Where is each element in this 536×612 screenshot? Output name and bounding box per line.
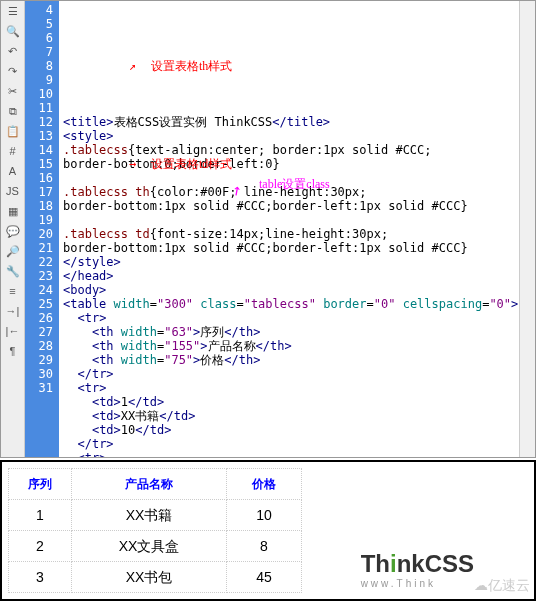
tool-icon[interactable]: 📋 bbox=[5, 123, 21, 139]
tool-icon[interactable]: ⧉ bbox=[5, 103, 21, 119]
annotation-td: 设置表格td样式 bbox=[151, 157, 232, 171]
tool-icon[interactable]: ▦ bbox=[5, 203, 21, 219]
col-header: 产品名称 bbox=[72, 469, 227, 500]
cell: 8 bbox=[227, 531, 302, 562]
tool-icon[interactable]: 💬 bbox=[5, 223, 21, 239]
tool-icon[interactable]: 🔍 bbox=[5, 23, 21, 39]
table-row: 3 XX书包 45 bbox=[9, 562, 302, 593]
cell: 45 bbox=[227, 562, 302, 593]
tool-icon[interactable]: ✂ bbox=[5, 83, 21, 99]
tool-icon[interactable]: 🔧 bbox=[5, 263, 21, 279]
watermark: ☁亿速云 bbox=[474, 577, 530, 595]
tool-icon[interactable]: ↷ bbox=[5, 63, 21, 79]
col-header: 序列 bbox=[9, 469, 72, 500]
annotation-class: table设置class bbox=[259, 177, 330, 191]
preview-panel: 序列 产品名称 价格 1 XX书籍 10 2 XX文具盒 8 3 XX书包 45… bbox=[0, 460, 536, 601]
tool-icon[interactable]: JS bbox=[5, 183, 21, 199]
tool-icon[interactable]: →| bbox=[5, 303, 21, 319]
logo: ThinkCSS www.Think bbox=[361, 550, 474, 589]
tool-icon[interactable]: 🔎 bbox=[5, 243, 21, 259]
cloud-icon: ☁ bbox=[474, 577, 488, 593]
arrow-icon: ↗ bbox=[129, 59, 136, 73]
tool-icon[interactable]: # bbox=[5, 143, 21, 159]
editor-toolbar: ☰ 🔍 ↶ ↷ ✂ ⧉ 📋 # A JS ▦ 💬 🔎 🔧 ≡ →| |← ¶ bbox=[1, 1, 25, 457]
cell: XX文具盒 bbox=[72, 531, 227, 562]
tool-icon[interactable]: ¶ bbox=[5, 343, 21, 359]
logo-main: ThinkCSS bbox=[361, 550, 474, 578]
preview-table: 序列 产品名称 价格 1 XX书籍 10 2 XX文具盒 8 3 XX书包 45 bbox=[8, 468, 302, 593]
annotation-th: 设置表格th样式 bbox=[151, 59, 232, 73]
cell: XX书籍 bbox=[72, 500, 227, 531]
table-row: 2 XX文具盒 8 bbox=[9, 531, 302, 562]
col-header: 价格 bbox=[227, 469, 302, 500]
tool-icon[interactable]: ☰ bbox=[5, 3, 21, 19]
table-row: 1 XX书籍 10 bbox=[9, 500, 302, 531]
tool-icon[interactable]: |← bbox=[5, 323, 21, 339]
tool-icon[interactable]: ↶ bbox=[5, 43, 21, 59]
tool-icon[interactable]: A bbox=[5, 163, 21, 179]
logo-sub: www.Think bbox=[361, 578, 474, 589]
cell: 1 bbox=[9, 500, 72, 531]
vertical-scrollbar[interactable] bbox=[519, 1, 535, 457]
table-header-row: 序列 产品名称 价格 bbox=[9, 469, 302, 500]
cell: XX书包 bbox=[72, 562, 227, 593]
cell: 3 bbox=[9, 562, 72, 593]
code-area[interactable]: 设置表格th样式 ↗ 设置表格td样式 → table设置class ↗ <ti… bbox=[59, 1, 519, 457]
arrow-icon: → bbox=[129, 157, 136, 171]
cell: 10 bbox=[227, 500, 302, 531]
code-editor: ☰ 🔍 ↶ ↷ ✂ ⧉ 📋 # A JS ▦ 💬 🔎 🔧 ≡ →| |← ¶ 4… bbox=[0, 0, 536, 458]
tool-icon[interactable]: ≡ bbox=[5, 283, 21, 299]
cell: 2 bbox=[9, 531, 72, 562]
line-gutter: 4567891011121314151617181920212223242526… bbox=[25, 1, 59, 457]
